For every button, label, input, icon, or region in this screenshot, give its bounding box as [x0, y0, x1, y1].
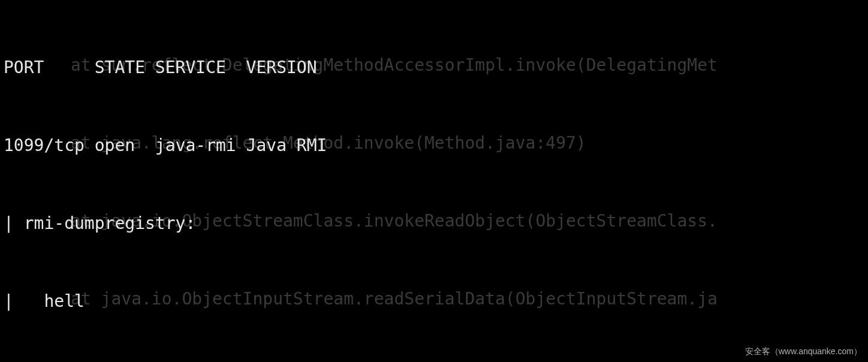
- terminal-window[interactable]: at sun.reflect.DelegatingMethodAccessorI…: [0, 0, 868, 362]
- output-line: | rmi-dumpregistry:: [4, 210, 864, 236]
- output-port-line: 1099/tcp open java-rmi Java RMI: [4, 132, 864, 158]
- nmap-output: PORT STATE SERVICE VERSION 1099/tcp open…: [0, 0, 868, 362]
- output-line: | hell: [4, 288, 864, 314]
- watermark-text: 安全客（www.anquanke.com）: [745, 345, 862, 358]
- output-header: PORT STATE SERVICE VERSION: [4, 55, 864, 80]
